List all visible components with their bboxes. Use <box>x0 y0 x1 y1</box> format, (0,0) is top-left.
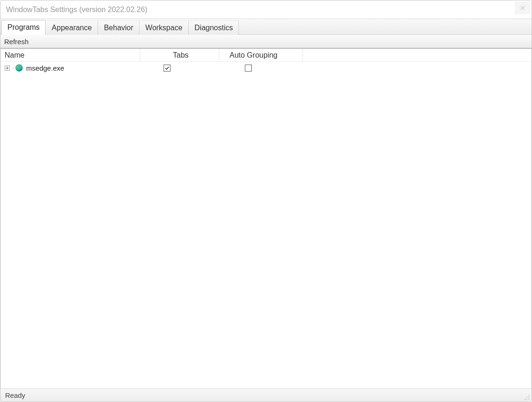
tree-line: ··· <box>12 66 14 71</box>
column-header-name[interactable]: Name <box>1 49 140 61</box>
tab-appearance[interactable]: Appearance <box>46 20 98 35</box>
svg-point-6 <box>528 399 529 400</box>
svg-point-4 <box>525 399 525 400</box>
programs-table: Name Tabs Auto Grouping ··· <box>0 49 532 389</box>
tab-label: Workspace <box>145 24 183 32</box>
window-title: WindowTabs Settings (version 2022.02.26) <box>6 6 147 14</box>
tab-label: Appearance <box>52 24 92 32</box>
tabs-checkbox[interactable] <box>164 65 171 72</box>
settings-window: WindowTabs Settings (version 2022.02.26)… <box>0 0 532 402</box>
edge-icon <box>15 64 23 72</box>
svg-point-5 <box>526 399 527 400</box>
column-label: Name <box>5 51 25 59</box>
check-icon <box>164 66 170 71</box>
titlebar: WindowTabs Settings (version 2022.02.26) <box>0 0 532 19</box>
column-header-auto-grouping[interactable]: Auto Grouping <box>219 49 303 61</box>
status-text: Ready <box>5 391 25 399</box>
table-row[interactable]: ··· <box>1 62 531 74</box>
auto-grouping-checkbox[interactable] <box>245 65 252 72</box>
tab-diagnostics[interactable]: Diagnostics <box>189 20 239 35</box>
column-label: Tabs <box>173 51 189 59</box>
cell-auto-grouping <box>219 62 303 74</box>
svg-point-2 <box>526 397 527 398</box>
refresh-button[interactable]: Refresh <box>4 38 29 46</box>
status-bar: Ready <box>0 389 532 402</box>
tab-label: Behavior <box>104 24 133 32</box>
tab-label: Diagnostics <box>195 24 233 32</box>
resize-grip-icon <box>523 394 530 400</box>
svg-point-1 <box>528 395 529 396</box>
cell-name: ··· <box>1 62 140 74</box>
tab-programs[interactable]: Programs <box>1 20 46 35</box>
column-header-tabs[interactable]: Tabs <box>140 49 219 61</box>
resize-grip[interactable] <box>523 394 530 400</box>
tab-label: Programs <box>7 23 39 31</box>
column-label: Auto Grouping <box>230 51 277 59</box>
toolbar: Refresh <box>0 35 532 49</box>
tab-behavior[interactable]: Behavior <box>98 20 139 35</box>
close-icon <box>520 6 525 10</box>
tab-strip: Programs Appearance Behavior Workspace D… <box>0 19 532 35</box>
svg-point-3 <box>528 397 529 398</box>
plus-icon <box>6 66 9 70</box>
close-button[interactable] <box>515 1 531 14</box>
table-header: Name Tabs Auto Grouping <box>1 49 531 62</box>
expand-toggle[interactable] <box>5 66 10 71</box>
program-name: msedge.exe <box>26 64 64 72</box>
cell-tabs <box>140 62 219 74</box>
tab-workspace[interactable]: Workspace <box>139 20 189 35</box>
